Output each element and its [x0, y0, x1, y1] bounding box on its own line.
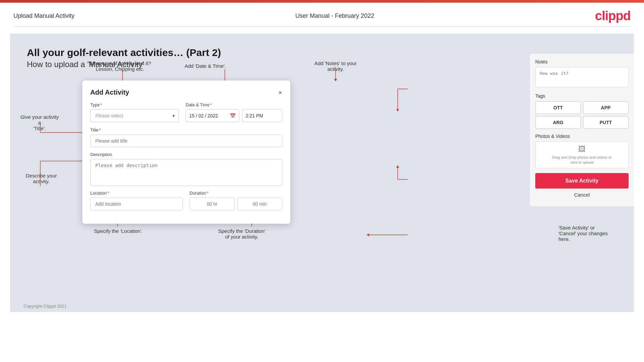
notes-label: Notes: [535, 59, 629, 64]
svg-marker-22: [396, 109, 399, 112]
location-input[interactable]: [90, 198, 183, 210]
tags-label: Tags: [535, 93, 629, 99]
main-content: All your golf-relevant activities… (Part…: [10, 34, 634, 312]
location-label: Location*: [90, 191, 183, 196]
form-group-datetime: Date & Time* 15 / 02 / 2022 📅: [186, 102, 282, 122]
svg-marker-19: [334, 79, 337, 82]
form-group-duration: Duration*: [190, 191, 282, 210]
duration-row: [190, 198, 282, 210]
form-row-type-datetime: Type* Please select ▾ Date & Time* 15 / …: [90, 102, 282, 122]
header-left-label: Upload Manual Activity: [13, 12, 75, 19]
svg-marker-28: [366, 234, 369, 236]
calendar-icon: 📅: [230, 113, 236, 118]
footer-copyright: Copyright Clippd 2021: [23, 304, 67, 309]
save-activity-button[interactable]: Save Activity: [535, 173, 629, 189]
phone-inner: Notes Tags OTT APP ARG PUTT Photos & Vid…: [530, 54, 634, 206]
duration-min-input[interactable]: [237, 198, 282, 210]
title-input[interactable]: [90, 135, 282, 147]
header-center-label: User Manual - February 2022: [295, 12, 374, 19]
description-label: Description: [90, 152, 282, 157]
add-activity-modal: Add Activity × Type* Please select ▾ Dat…: [82, 81, 290, 224]
form-group-type: Type* Please select ▾: [90, 102, 179, 122]
title-label: Title*: [90, 127, 282, 133]
date-value: 15 / 02 / 2022: [189, 113, 218, 118]
phone-panel: Notes Tags OTT APP ARG PUTT Photos & Vid…: [530, 54, 634, 206]
form-group-location: Location*: [90, 191, 183, 210]
form-row-location-duration: Location* Duration*: [90, 191, 282, 210]
form-group-title: Title*: [90, 127, 282, 147]
annotation-location: Specify the 'Location'.: [94, 228, 143, 234]
upload-icon: 🖼: [578, 145, 586, 154]
modal-title: Add Activity: [90, 89, 129, 96]
photos-section: Photos & Videos 🖼 Drag and Drop photos a…: [535, 134, 629, 168]
cancel-link[interactable]: Cancel: [535, 192, 629, 201]
datetime-label: Date & Time*: [186, 102, 282, 107]
svg-marker-25: [396, 165, 399, 168]
tag-app[interactable]: APP: [583, 101, 629, 114]
tags-grid: OTT APP ARG PUTT: [535, 101, 629, 129]
type-label: Type*: [90, 102, 179, 107]
upload-text: Drag and Drop photos and videos or click…: [552, 155, 611, 165]
type-select-wrapper: Please select ▾: [90, 109, 179, 122]
date-time-row: 15 / 02 / 2022 📅: [186, 109, 282, 122]
top-bar: [0, 0, 644, 3]
date-input[interactable]: 15 / 02 / 2022 📅: [186, 109, 239, 122]
photos-label: Photos & Videos: [535, 134, 629, 139]
annotation-describe: Describe your activity.: [19, 173, 63, 184]
annotation-notes: Add 'Notes' to your activity.: [302, 60, 369, 72]
annotation-duration: Specify the 'Duration' of your activity.: [218, 228, 265, 240]
modal-close-button[interactable]: ×: [278, 89, 282, 96]
annotation-what-type: What type of activity was it? Lesson, Ch…: [89, 60, 151, 72]
tag-ott[interactable]: OTT: [535, 101, 581, 114]
annotation-save-cancel: 'Save Activity' or 'Cancel' your changes…: [558, 225, 632, 242]
main-title: All your golf-relevant activities… (Part…: [27, 47, 617, 58]
header-divider: [13, 27, 631, 27]
photos-upload-area[interactable]: 🖼 Drag and Drop photos and videos or cli…: [535, 142, 629, 168]
type-select[interactable]: Please select: [90, 109, 179, 122]
tag-arg[interactable]: ARG: [535, 116, 581, 129]
tag-putt[interactable]: PUTT: [583, 116, 629, 129]
form-group-description: Description: [90, 152, 282, 186]
annotation-date-time: Add 'Date & Time'.: [185, 63, 226, 69]
modal-header: Add Activity ×: [90, 89, 282, 96]
tags-section: Tags OTT APP ARG PUTT: [535, 93, 629, 129]
header: Upload Manual Activity User Manual - Feb…: [0, 3, 644, 27]
annotation-give-title: Give your activity a 'Title'.: [19, 114, 60, 131]
notes-textarea[interactable]: [535, 67, 629, 87]
time-input[interactable]: [242, 109, 282, 122]
description-textarea[interactable]: [90, 159, 282, 186]
duration-label: Duration*: [190, 191, 282, 196]
duration-hr-input[interactable]: [190, 198, 235, 210]
logo: clippd: [595, 9, 631, 23]
